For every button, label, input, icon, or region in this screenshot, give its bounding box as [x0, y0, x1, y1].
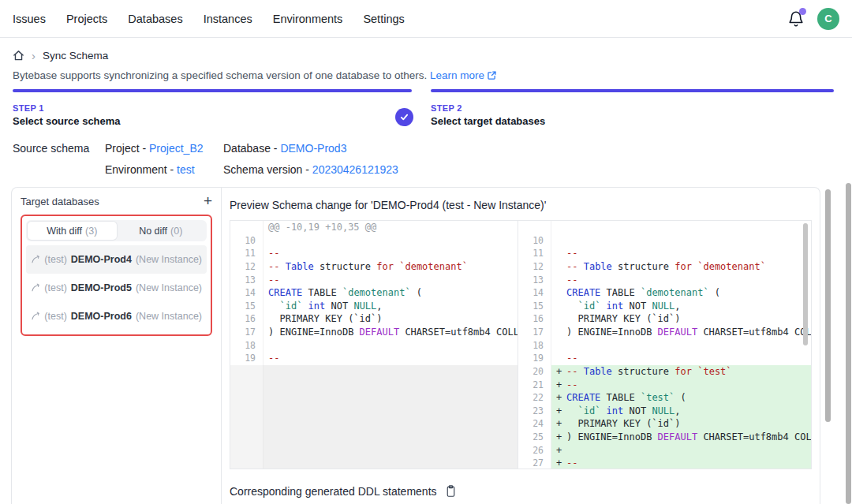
diff-marker — [556, 260, 566, 274]
line-number: 18 — [518, 339, 551, 353]
code-line: 14CREATE TABLE `demotenant` ( — [230, 286, 518, 300]
field-database-name: Database — [223, 142, 271, 155]
content-scrollbar[interactable] — [825, 189, 831, 422]
ddl-title: Corresponding generated DDL statements — [230, 485, 437, 498]
step-2-label: STEP 2 — [431, 103, 834, 113]
list-item-demo-prod6[interactable]: (test) DEMO-Prod6 (New Instance) — [26, 302, 207, 330]
code-line: 13-- — [230, 274, 518, 287]
code-line: 17) ENGINE=InnoDB DEFAULT CHARSET=utf8mb… — [230, 326, 518, 339]
step-1-label: STEP 1 — [13, 103, 412, 113]
home-icon[interactable] — [13, 50, 24, 62]
tab-no-diff-count: (0) — [170, 226, 182, 237]
code-text: + `id` int NOT NULL, — [551, 405, 811, 418]
line-number: 18 — [230, 339, 263, 353]
diff-marker — [556, 286, 566, 300]
db-instance-suffix: (New Instance) — [136, 282, 202, 293]
window-scrollbar[interactable] — [846, 183, 851, 504]
diff-pane-modified: 10 11 --12 -- Table structure for `demot… — [518, 221, 811, 469]
db-environment: (test) — [44, 311, 66, 322]
db-environment: (test) — [44, 254, 66, 265]
diff-marker — [556, 312, 566, 326]
tab-with-diff-count: (3) — [85, 226, 97, 237]
line-number: 13 — [230, 274, 263, 287]
code-text — [551, 234, 811, 248]
list-item-demo-prod5[interactable]: (test) DEMO-Prod5 (New Instance) — [26, 274, 207, 302]
diff-marker: + — [556, 431, 566, 444]
learn-more-link[interactable]: Learn more — [430, 69, 484, 81]
top-nav: Issues Projects Databases Instances Envi… — [0, 0, 852, 38]
nav-item-instances[interactable]: Instances — [204, 13, 252, 25]
panel-header: Target databases + — [21, 195, 212, 207]
line-number: 15 — [230, 300, 263, 313]
diff-marker: + — [556, 365, 566, 379]
nav-item-projects[interactable]: Projects — [66, 13, 107, 25]
diff-filler — [230, 365, 518, 469]
tab-with-diff[interactable]: With diff (3) — [28, 222, 117, 240]
database-link[interactable]: DEMO-Prod3 — [280, 142, 346, 155]
diff-marker — [556, 274, 566, 287]
diff-marker: + — [556, 417, 566, 431]
source-schema-label: Source schema — [13, 142, 89, 155]
nav-right-controls: C — [787, 8, 839, 30]
diff-marker: + — [556, 457, 566, 469]
code-text: ) ENGINE=InnoDB DEFAULT CHARSET=utf8mb4 … — [551, 326, 811, 339]
step-1[interactable]: STEP 1 Select source schema — [13, 89, 412, 127]
code-line: 23+ `id` int NOT NULL, — [518, 405, 811, 418]
diff-marker — [556, 339, 566, 353]
line-number — [518, 221, 551, 234]
schema-version-link[interactable]: 20230426121923 — [312, 163, 398, 176]
add-target-database-button[interactable]: + — [204, 195, 212, 207]
copy-ddl-icon[interactable] — [444, 484, 458, 498]
notification-badge — [799, 8, 806, 15]
code-text: +CREATE TABLE `test` ( — [551, 391, 811, 405]
code-text: -- — [263, 274, 518, 287]
code-line — [518, 221, 811, 234]
code-line: 27+-- — [518, 457, 811, 469]
code-line: 12 -- Table structure for `demotenant` — [518, 260, 811, 274]
line-number: 14 — [518, 286, 551, 300]
target-database-list: (test) DEMO-Prod4 (New Instance) (test) … — [26, 245, 207, 330]
diff-marker — [556, 234, 566, 248]
nav-item-environments[interactable]: Environments — [273, 13, 343, 25]
notification-bell-icon[interactable] — [787, 10, 805, 28]
environment-link[interactable]: test — [177, 163, 195, 176]
diff-marker — [556, 300, 566, 313]
code-line: 11 -- — [518, 247, 811, 260]
line-number: 12 — [230, 260, 263, 274]
step-1-title: Select source schema — [13, 115, 412, 127]
code-text: + — [551, 444, 811, 457]
code-text: PRIMARY KEY (`id`) — [551, 312, 811, 326]
line-number: 17 — [518, 326, 551, 339]
ddl-statements-header: Corresponding generated DDL statements — [230, 484, 812, 498]
avatar[interactable]: C — [817, 8, 839, 30]
code-line: 24+ PRIMARY KEY (`id`) — [518, 417, 811, 431]
code-line: 15 `id` int NOT NULL, — [518, 300, 811, 313]
nav-item-databases[interactable]: Databases — [128, 13, 182, 25]
external-link-icon[interactable] — [487, 70, 497, 83]
nav-item-issues[interactable]: Issues — [13, 13, 46, 25]
source-schema-fields: Project - Project_B2 Database - DEMO-Pro… — [105, 142, 398, 176]
db-name: DEMO-Prod4 — [71, 254, 132, 265]
diff-marker: + — [556, 444, 566, 457]
line-number: 10 — [230, 234, 263, 248]
code-line: 21+-- — [518, 379, 811, 392]
intro-text: Bytebase supports synchronizing a specif… — [13, 69, 497, 83]
code-text: +) ENGINE=InnoDB DEFAULT CHARSET=utf8mb4… — [551, 431, 811, 444]
line-number: 27 — [518, 457, 551, 469]
project-link[interactable]: Project_B2 — [149, 142, 203, 155]
code-text — [551, 221, 811, 234]
tab-no-diff[interactable]: No diff (0) — [117, 222, 206, 240]
code-text: -- — [551, 274, 811, 287]
editor-scrollbar[interactable] — [803, 223, 808, 345]
intro-description: Bytebase supports synchronizing a specif… — [13, 69, 427, 81]
mysql-engine-icon — [31, 311, 40, 322]
code-line: 19 -- — [518, 352, 811, 365]
line-number: 16 — [230, 312, 263, 326]
list-item-demo-prod4[interactable]: (test) DEMO-Prod4 (New Instance) — [26, 245, 207, 274]
line-number: 19 — [230, 352, 263, 365]
diff-tabs: With diff (3) No diff (0) — [26, 220, 207, 241]
nav-item-settings[interactable]: Settings — [363, 13, 404, 25]
mysql-engine-icon — [31, 282, 40, 293]
code-text: -- — [551, 352, 811, 365]
step-2[interactable]: STEP 2 Select target databases — [431, 89, 834, 127]
